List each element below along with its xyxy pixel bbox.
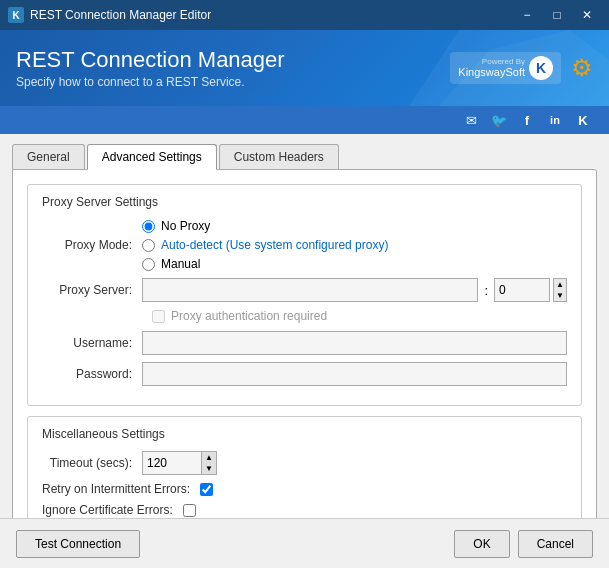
proxy-radio-group: No Proxy Auto-detect (Use system configu… bbox=[142, 219, 388, 271]
email-icon[interactable]: ✉ bbox=[461, 110, 481, 130]
tab-bar: General Advanced Settings Custom Headers bbox=[12, 144, 597, 169]
port-spinner-up-button[interactable]: ▲ bbox=[554, 279, 566, 290]
company-name: KingswaySoft bbox=[458, 66, 525, 79]
timeout-spinner: ▲ ▼ bbox=[202, 451, 217, 475]
radio-auto-detect-input[interactable] bbox=[142, 239, 155, 252]
misc-section-title: Miscellaneous Settings bbox=[42, 427, 567, 441]
gear-icon: ⚙ bbox=[571, 54, 593, 82]
powered-by-text: Powered By bbox=[458, 57, 525, 67]
radio-no-proxy-label: No Proxy bbox=[161, 219, 210, 233]
retry-row: Retry on Intermittent Errors: bbox=[42, 482, 567, 496]
proxy-mode-row: Proxy Mode: No Proxy Auto-detect (Use sy… bbox=[42, 219, 567, 271]
proxy-server-section: Proxy Server Settings Proxy Mode: No Pro… bbox=[27, 184, 582, 406]
facebook-icon[interactable]: f bbox=[517, 110, 537, 130]
proxy-port-spinner: ▲ ▼ bbox=[553, 278, 567, 302]
ignore-cert-label: Ignore Certificate Errors: bbox=[42, 503, 183, 517]
footer: Test Connection OK Cancel bbox=[0, 518, 609, 568]
timeout-label: Timeout (secs): bbox=[42, 456, 142, 470]
timeout-input-wrap: ▲ ▼ bbox=[142, 451, 217, 475]
ks-logo: Powered By KingswaySoft K bbox=[450, 52, 561, 84]
retry-label: Retry on Intermittent Errors: bbox=[42, 482, 200, 496]
password-input[interactable] bbox=[142, 362, 567, 386]
proxy-mode-label: Proxy Mode: bbox=[42, 238, 142, 252]
app-subtitle: Specify how to connect to a REST Service… bbox=[16, 75, 285, 89]
proxy-server-label: Proxy Server: bbox=[42, 283, 142, 297]
proxy-auth-checkbox[interactable] bbox=[152, 310, 165, 323]
proxy-section-title: Proxy Server Settings bbox=[42, 195, 567, 209]
ignore-cert-row: Ignore Certificate Errors: bbox=[42, 503, 567, 517]
maximize-button[interactable]: □ bbox=[543, 1, 571, 29]
radio-manual[interactable]: Manual bbox=[142, 257, 388, 271]
tab-panel-advanced: Proxy Server Settings Proxy Mode: No Pro… bbox=[12, 169, 597, 562]
twitter-icon[interactable]: 🐦 bbox=[489, 110, 509, 130]
proxy-auth-row: Proxy authentication required bbox=[152, 309, 567, 323]
tab-custom-headers[interactable]: Custom Headers bbox=[219, 144, 339, 169]
ok-button[interactable]: OK bbox=[454, 530, 509, 558]
radio-manual-label: Manual bbox=[161, 257, 200, 271]
proxy-server-input[interactable] bbox=[142, 278, 478, 302]
ks-logo-icon: K bbox=[529, 56, 553, 80]
window-title: REST Connection Manager Editor bbox=[30, 8, 211, 22]
radio-auto-detect-label: Auto-detect (Use system configured proxy… bbox=[161, 238, 388, 252]
titlebar: K REST Connection Manager Editor − □ ✕ bbox=[0, 0, 609, 30]
app-title: REST Connection Manager bbox=[16, 47, 285, 73]
username-label: Username: bbox=[42, 336, 142, 350]
radio-no-proxy[interactable]: No Proxy bbox=[142, 219, 388, 233]
proxy-auth-label: Proxy authentication required bbox=[171, 309, 327, 323]
social-bar: ✉ 🐦 f in K bbox=[0, 106, 609, 134]
proxy-colon: : bbox=[484, 283, 488, 298]
timeout-input[interactable] bbox=[142, 451, 202, 475]
retry-checkbox[interactable] bbox=[200, 483, 213, 496]
proxy-port-input[interactable] bbox=[494, 278, 550, 302]
close-button[interactable]: ✕ bbox=[573, 1, 601, 29]
timeout-row: Timeout (secs): ▲ ▼ bbox=[42, 451, 567, 475]
radio-no-proxy-input[interactable] bbox=[142, 220, 155, 233]
radio-manual-input[interactable] bbox=[142, 258, 155, 271]
k-icon[interactable]: K bbox=[573, 110, 593, 130]
proxy-server-row: Proxy Server: : ▲ ▼ bbox=[42, 278, 567, 302]
linkedin-icon[interactable]: in bbox=[545, 110, 565, 130]
timeout-spinner-down[interactable]: ▼ bbox=[202, 463, 216, 474]
ignore-cert-checkbox[interactable] bbox=[183, 504, 196, 517]
timeout-spinner-up[interactable]: ▲ bbox=[202, 452, 216, 463]
port-spinner-down-button[interactable]: ▼ bbox=[554, 290, 566, 301]
test-connection-button[interactable]: Test Connection bbox=[16, 530, 140, 558]
app-icon: K bbox=[8, 7, 24, 23]
tab-general[interactable]: General bbox=[12, 144, 85, 169]
password-label: Password: bbox=[42, 367, 142, 381]
radio-auto-detect[interactable]: Auto-detect (Use system configured proxy… bbox=[142, 238, 388, 252]
username-input[interactable] bbox=[142, 331, 567, 355]
tab-advanced-settings[interactable]: Advanced Settings bbox=[87, 144, 217, 170]
password-row: Password: bbox=[42, 362, 567, 386]
username-row: Username: bbox=[42, 331, 567, 355]
cancel-button[interactable]: Cancel bbox=[518, 530, 593, 558]
minimize-button[interactable]: − bbox=[513, 1, 541, 29]
header-banner: REST Connection Manager Specify how to c… bbox=[0, 30, 609, 106]
